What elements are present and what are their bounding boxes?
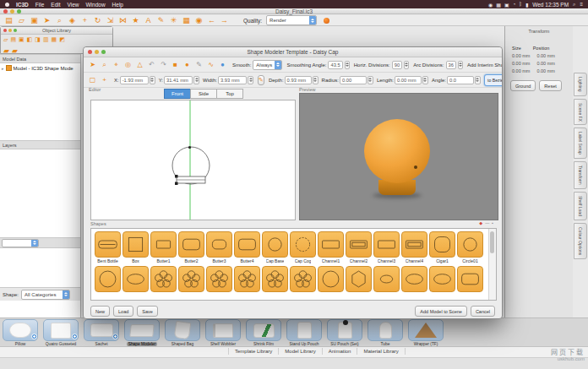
zoom-icon[interactable]: ⌕ — [54, 16, 65, 25]
shelf-item[interactable]: Shape Modeler — [123, 319, 161, 346]
shelf-thumbnail[interactable] — [43, 319, 79, 341]
field-input[interactable]: 0.93 mm — [285, 76, 312, 84]
lib-sheet-icon[interactable]: ▤ — [10, 36, 16, 43]
smooth-point-icon[interactable]: ● — [217, 59, 228, 70]
load-button[interactable]: Load — [113, 306, 133, 317]
shelf-item[interactable]: Tube — [367, 319, 404, 346]
menu-item[interactable]: View — [68, 2, 79, 8]
shelf-item[interactable]: Sachet — [83, 319, 120, 346]
add-badge-icon[interactable] — [112, 334, 118, 339]
notification-center-icon[interactable]: ≡ — [580, 2, 583, 7]
pen-tool-icon[interactable]: ✎ — [193, 59, 204, 70]
pen-icon[interactable]: ✎ — [155, 16, 166, 25]
add-model-to-scene-button[interactable]: Add Model to Scene — [415, 306, 467, 317]
stepper[interactable] — [313, 76, 318, 84]
shelf-thumbnail[interactable] — [408, 319, 444, 341]
preview-canvas[interactable] — [299, 93, 498, 220]
shape-tile[interactable]: Bent Bottle — [94, 231, 122, 263]
size-value[interactable]: 0.00 mm — [512, 68, 530, 73]
open-icon[interactable]: ▱ — [16, 16, 27, 25]
shelf-item[interactable]: Pillow — [2, 319, 39, 346]
select-tool-icon[interactable]: ➤ — [87, 59, 98, 70]
shape-mode-icon[interactable]: ▢ — [87, 74, 98, 85]
point-icon[interactable]: ● — [182, 59, 193, 70]
stepper[interactable] — [368, 76, 373, 84]
ground-button[interactable]: Ground — [510, 80, 536, 91]
polygon-icon[interactable]: △ — [134, 59, 145, 70]
clock-icon[interactable]: ◔ — [513, 2, 516, 7]
clock-text[interactable]: Wed 12:35 PM — [532, 2, 569, 8]
side-tab[interactable]: Label Setup — [574, 128, 587, 159]
shelf-item[interactable]: Shelf Wobbler — [204, 319, 242, 346]
stepper[interactable] — [193, 76, 199, 84]
shelf-thumbnail[interactable] — [246, 319, 281, 341]
shape-category-dropdown[interactable]: All Categories — [21, 290, 70, 300]
add-badge-icon[interactable] — [72, 334, 78, 339]
library-tab[interactable]: Model Library — [278, 348, 321, 355]
view-tab[interactable]: Top — [216, 89, 243, 99]
shelf-item[interactable]: SU Pouch (Set) — [326, 319, 363, 346]
display-icon[interactable]: ◉ — [488, 2, 493, 8]
save-icon[interactable]: ▣ — [29, 16, 40, 25]
model-tree-item[interactable]: ▸ Model - IC3D Shape Mode — [0, 63, 80, 73]
target-icon[interactable]: ◎ — [122, 59, 133, 70]
field-input[interactable]: 0.00 mm — [395, 76, 422, 84]
render-indicator-icon[interactable] — [324, 18, 329, 24]
rect-shape-icon[interactable]: ■ — [170, 59, 181, 70]
shape-tile[interactable] — [289, 266, 317, 292]
shelf-item[interactable]: Quatro Gusseted — [42, 319, 79, 346]
spotlight-icon[interactable]: ⌕ — [573, 2, 575, 8]
menu-item[interactable]: File — [35, 2, 44, 8]
bluetooth-icon[interactable]: ᛒ — [519, 2, 522, 7]
shelf-thumbnail[interactable] — [165, 319, 200, 341]
shelf-item[interactable]: Shaped Bag — [164, 319, 201, 346]
lib-grid-icon[interactable]: ▦ — [52, 36, 57, 43]
shape-tile[interactable]: Channel1 — [317, 231, 345, 263]
side-tab[interactable]: Lighting — [574, 73, 587, 96]
shelf-thumbnail[interactable] — [3, 319, 38, 341]
menu-item[interactable]: Help — [112, 2, 123, 8]
shape-tile[interactable] — [400, 266, 428, 292]
library-tab[interactable]: Material Library — [357, 348, 405, 355]
shape-tile[interactable]: Butter1 — [150, 231, 177, 263]
cancel-button[interactable]: Cancel — [471, 306, 495, 317]
library-tab[interactable]: Animation — [322, 348, 357, 355]
position-value[interactable]: 0.00 mm — [536, 68, 554, 73]
side-tab[interactable]: Scene FX — [574, 99, 587, 126]
library-tab[interactable]: Template Library — [228, 348, 278, 355]
stepper[interactable] — [404, 61, 409, 69]
side-tab[interactable]: Shelf Load — [574, 192, 587, 220]
battery-icon[interactable]: ▮ — [525, 2, 528, 8]
shape-tile[interactable] — [122, 266, 150, 292]
shape-tile[interactable]: Circle01 — [456, 231, 484, 263]
shape-tile[interactable]: Butter4 — [233, 231, 261, 263]
edit-pencil-button[interactable]: ✎ — [258, 75, 264, 85]
menu-item[interactable]: IC3D — [16, 2, 29, 8]
undo-icon[interactable]: ↶ — [146, 59, 157, 70]
shapes-scrollbar[interactable] — [488, 229, 496, 300]
shelf-thumbnail[interactable] — [124, 319, 160, 341]
redo-icon[interactable]: ↷ — [158, 59, 169, 70]
smoothing-angle-field[interactable]: 43.5 — [328, 61, 342, 69]
move-point-icon[interactable]: + — [99, 74, 110, 85]
shape-tile[interactable]: Cap Cog — [289, 231, 317, 263]
shelf-item[interactable]: Shrink Film — [245, 319, 282, 346]
shape-tile[interactable] — [317, 266, 345, 292]
zoom-in-icon[interactable]: ⌕ — [99, 59, 110, 70]
camera-icon[interactable]: ◉ — [193, 16, 204, 25]
field-input[interactable]: 0.0 — [447, 76, 474, 84]
shape-tile[interactable] — [205, 266, 233, 292]
shape-tile[interactable]: Channel4 — [400, 231, 428, 263]
select-icon[interactable]: ➤ — [41, 16, 52, 25]
stepper[interactable] — [475, 76, 481, 84]
to-bezier-increment-button[interactable]: to Bezier Increment — [484, 74, 502, 86]
shape-tile[interactable] — [150, 266, 177, 292]
view-tab[interactable]: Front — [164, 89, 191, 99]
lib-rows-icon[interactable]: ▥ — [43, 36, 49, 43]
position-value[interactable]: 0.00 mm — [536, 53, 554, 58]
size-value[interactable]: 0.00 mm — [512, 53, 530, 58]
add-badge-icon[interactable] — [31, 334, 37, 339]
smooth-dropdown[interactable]: Always — [253, 60, 282, 70]
quality-dropdown[interactable]: Render — [266, 15, 317, 25]
side-tab[interactable]: Transform — [574, 161, 587, 189]
